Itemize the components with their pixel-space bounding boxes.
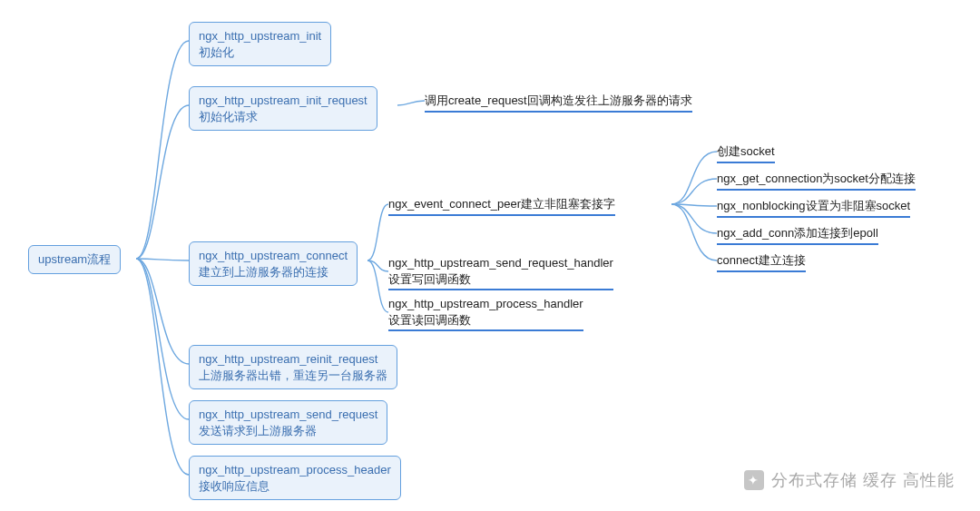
node-init-request-title: ngx_http_upstream_init_request <box>199 93 368 109</box>
node-connect-title: ngx_http_upstream_connect <box>199 248 348 264</box>
node-reinit-sub: 上游服务器出错，重连另一台服务器 <box>199 368 387 384</box>
node-send: ngx_http_upstream_send_request 发送请求到上游服务… <box>189 400 387 445</box>
leaf-get-connection: ngx_get_connection为socket分配连接 <box>717 171 916 192</box>
leaf-add-conn-text: ngx_add_conn添加连接到epoll <box>717 225 878 245</box>
leaf-process-handler-l1: ngx_http_upstream_process_handler <box>388 296 583 312</box>
leaf-send-request-handler-l1: ngx_http_upstream_send_request_handler <box>388 255 613 271</box>
root-node: upstream流程 <box>28 245 121 274</box>
leaf-create-socket-text: 创建socket <box>717 143 775 163</box>
leaf-process-handler: ngx_http_upstream_process_handler 设置读回调函… <box>388 296 583 332</box>
leaf-send-request-handler-l2: 设置写回调函数 <box>388 271 613 291</box>
node-init-title: ngx_http_upstream_init <box>199 28 321 44</box>
leaf-nonblocking-text: ngx_nonblocking设置为非阻塞socket <box>717 198 910 218</box>
node-process-header: ngx_http_upstream_process_header 接收响应信息 <box>189 456 401 500</box>
node-process-header-sub: 接收响应信息 <box>199 478 391 495</box>
leaf-connect: connect建立连接 <box>717 252 806 273</box>
leaf-process-handler-l2: 设置读回调函数 <box>388 312 583 332</box>
leaf-get-connection-text: ngx_get_connection为socket分配连接 <box>717 171 916 191</box>
node-reinit-title: ngx_http_upstream_reinit_request <box>199 351 387 368</box>
leaf-connect-text: connect建立连接 <box>717 252 806 272</box>
node-send-title: ngx_http_upstream_send_request <box>199 407 377 423</box>
node-send-sub: 发送请求到上游服务器 <box>199 423 377 439</box>
watermark: ✦ 分布式存储 缓存 高性能 <box>744 469 955 491</box>
wechat-icon: ✦ <box>744 470 764 490</box>
leaf-create-request: 调用create_request回调构造发往上游服务器的请求 <box>425 93 692 113</box>
leaf-add-conn: ngx_add_conn添加连接到epoll <box>717 225 878 246</box>
node-init-request: ngx_http_upstream_init_request 初始化请求 <box>189 86 377 131</box>
node-init-request-sub: 初始化请求 <box>199 109 368 125</box>
leaf-create-socket: 创建socket <box>717 143 775 164</box>
node-connect: ngx_http_upstream_connect 建立到上游服务器的连接 <box>189 241 358 286</box>
node-reinit: ngx_http_upstream_reinit_request 上游服务器出错… <box>189 345 397 389</box>
leaf-send-request-handler: ngx_http_upstream_send_request_handler 设… <box>388 255 613 291</box>
watermark-text: 分布式存储 缓存 高性能 <box>771 469 955 491</box>
node-connect-sub: 建立到上游服务器的连接 <box>199 264 348 280</box>
node-init: ngx_http_upstream_init 初始化 <box>189 22 331 66</box>
leaf-create-request-text: 调用create_request回调构造发往上游服务器的请求 <box>425 93 692 113</box>
root-label: upstream流程 <box>38 252 111 266</box>
node-init-sub: 初始化 <box>199 44 321 61</box>
leaf-nonblocking: ngx_nonblocking设置为非阻塞socket <box>717 198 910 219</box>
leaf-event-connect-peer: ngx_event_connect_peer建立非阻塞套接字 <box>388 196 615 217</box>
node-process-header-title: ngx_http_upstream_process_header <box>199 462 391 478</box>
leaf-event-connect-peer-text: ngx_event_connect_peer建立非阻塞套接字 <box>388 196 615 216</box>
